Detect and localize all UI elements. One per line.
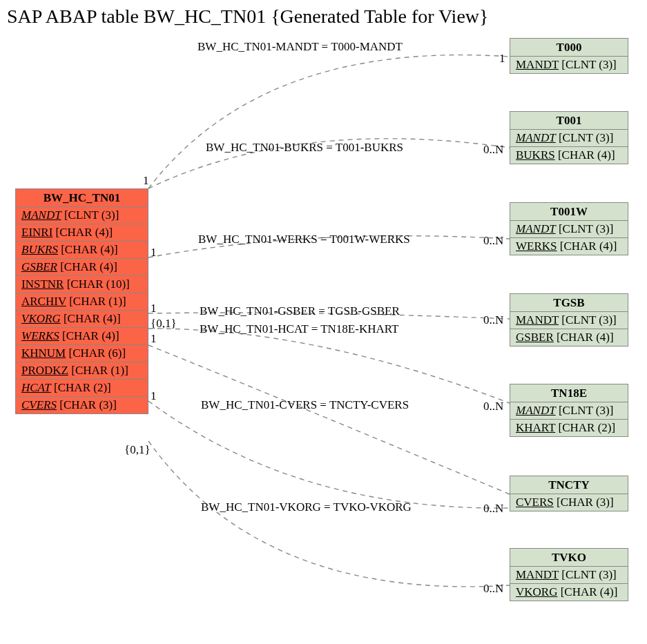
main-field: ARCHIV [CHAR (1)] [16, 293, 148, 311]
field-type: [CHAR (4)] [52, 226, 113, 239]
field-name: WERKS [516, 240, 557, 253]
field-name: BUKRS [516, 148, 555, 162]
cardinality-right: 0..N [483, 234, 503, 248]
field-name: ARCHIV [21, 295, 66, 308]
field-type: [CLNT (3)] [559, 58, 617, 71]
entity-name: T001 [510, 112, 628, 130]
edge-label: BW_HC_TN01-CVERS = TNCTY-CVERS [201, 398, 409, 412]
field-type: [CHAR (4)] [61, 312, 121, 325]
field-name: MANDT [516, 313, 559, 326]
field-type: [CHAR (6)] [66, 347, 126, 360]
cardinality-right: 0..N [483, 143, 503, 157]
field-type: [CLNT (3)] [556, 131, 614, 144]
related-entity-t001: T001MANDT [CLNT (3)]BUKRS [CHAR (4)] [510, 111, 628, 164]
page-title: SAP ABAP table BW_HC_TN01 {Generated Tab… [7, 6, 488, 28]
field-name: EINRI [21, 226, 52, 239]
field: MANDT [CLNT (3)] [510, 57, 628, 73]
field-type: [CHAR (10)] [64, 277, 129, 291]
entity-name: T000 [510, 39, 628, 57]
field: MANDT [CLNT (3)] [510, 567, 628, 584]
main-field: PRODKZ [CHAR (1)] [16, 362, 148, 380]
field-type: [CHAR (4)] [554, 331, 614, 344]
field-name: MANDT [516, 131, 556, 144]
field-name: MANDT [516, 58, 559, 71]
field-name: GSBER [21, 260, 57, 273]
field: WERKS [CHAR (4)] [510, 238, 628, 255]
field: BUKRS [CHAR (4)] [510, 147, 628, 164]
main-entity-name: BW_HC_TN01 [16, 189, 148, 207]
cardinality-left: 1 [151, 302, 157, 315]
field-type: [CHAR (4)] [58, 243, 118, 256]
entity-name: TVKO [510, 549, 628, 567]
related-entity-tgsb: TGSBMANDT [CLNT (3)]GSBER [CHAR (4)] [510, 293, 628, 347]
main-field: BUKRS [CHAR (4)] [16, 242, 148, 259]
field-type: [CHAR (2)] [555, 421, 615, 434]
field-name: MANDT [516, 222, 556, 235]
main-field: CVERS [CHAR (3)] [16, 397, 148, 413]
field-type: [CLNT (3)] [559, 568, 617, 581]
field-name: CVERS [516, 496, 554, 509]
cardinality-right: 0..N [483, 400, 503, 413]
field-type: [CHAR (1)] [68, 364, 128, 377]
field-name: BUKRS [21, 243, 58, 256]
cardinality-right: 0..N [483, 582, 503, 596]
field-type: [CHAR (3)] [57, 398, 117, 411]
main-field: INSTNR [CHAR (10)] [16, 276, 148, 293]
entity-name: TNCTY [510, 476, 628, 494]
field-name: KHART [516, 421, 555, 434]
field-type: [CHAR (4)] [557, 585, 617, 598]
field: MANDT [CLNT (3)] [510, 402, 628, 420]
field-name: MANDT [516, 568, 559, 581]
field: MANDT [CLNT (3)] [510, 221, 628, 238]
field-name: INSTNR [21, 277, 64, 291]
related-entity-t001w: T001WMANDT [CLNT (3)]WERKS [CHAR (4)] [510, 202, 628, 255]
main-field: VKORG [CHAR (4)] [16, 311, 148, 328]
related-entity-tn18e: TN18EMANDT [CLNT (3)]KHART [CHAR (2)] [510, 384, 628, 437]
field-type: [CHAR (3)] [554, 496, 614, 509]
field-name: MANDT [21, 208, 61, 222]
related-entity-tvko: TVKOMANDT [CLNT (3)]VKORG [CHAR (4)] [510, 548, 628, 601]
edge-label: BW_HC_TN01-VKORG = TVKO-VKORG [201, 500, 412, 514]
cardinality-left: 1 [143, 174, 149, 188]
entity-name: TGSB [510, 294, 628, 312]
main-field: EINRI [CHAR (4)] [16, 224, 148, 242]
field-name: VKORG [516, 585, 557, 598]
edge-label: BW_HC_TN01-BUKRS = T001-BUKRS [206, 141, 403, 155]
field-name: HCAT [21, 381, 51, 394]
main-field: HCAT [CHAR (2)] [16, 380, 148, 397]
field-type: [CHAR (4)] [59, 329, 119, 342]
field-type: [CLNT (3)] [556, 404, 614, 417]
edge-label: BW_HC_TN01-MANDT = T000-MANDT [197, 40, 403, 54]
field-type: [CHAR (1)] [66, 295, 126, 308]
field-type: [CHAR (4)] [555, 148, 615, 162]
field-type: [CLNT (3)] [556, 222, 614, 235]
main-entity: BW_HC_TN01 MANDT [CLNT (3)]EINRI [CHAR (… [15, 188, 148, 414]
field-name: KHNUM [21, 347, 66, 360]
field-name: MANDT [516, 404, 556, 417]
field: KHART [CHAR (2)] [510, 420, 628, 436]
field-name: VKORG [21, 312, 61, 325]
field: MANDT [CLNT (3)] [510, 312, 628, 329]
related-entity-tncty: TNCTYCVERS [CHAR (3)] [510, 476, 628, 511]
entity-name: T001W [510, 203, 628, 221]
field-type: [CHAR (2)] [51, 381, 111, 394]
field: CVERS [CHAR (3)] [510, 494, 628, 511]
field: MANDT [CLNT (3)] [510, 130, 628, 147]
cardinality-left: 1 [151, 389, 157, 403]
related-entity-t000: T000MANDT [CLNT (3)] [510, 38, 628, 74]
field-type: [CLNT (3)] [559, 313, 617, 326]
field-name: CVERS [21, 398, 57, 411]
entity-name: TN18E [510, 384, 628, 402]
field-name: PRODKZ [21, 364, 68, 377]
main-field: GSBER [CHAR (4)] [16, 259, 148, 276]
cardinality-left: 1 [151, 332, 157, 346]
field-name: WERKS [21, 329, 59, 342]
field-type: [CLNT (3)] [61, 208, 119, 222]
main-field: MANDT [CLNT (3)] [16, 207, 148, 224]
main-field: WERKS [CHAR (4)] [16, 328, 148, 345]
cardinality-right: 0..N [483, 502, 503, 516]
cardinality-left: {0,1} [124, 443, 151, 457]
cardinality-left: {0,1} [151, 317, 177, 331]
main-field: KHNUM [CHAR (6)] [16, 345, 148, 362]
cardinality-right: 0..N [483, 313, 503, 327]
